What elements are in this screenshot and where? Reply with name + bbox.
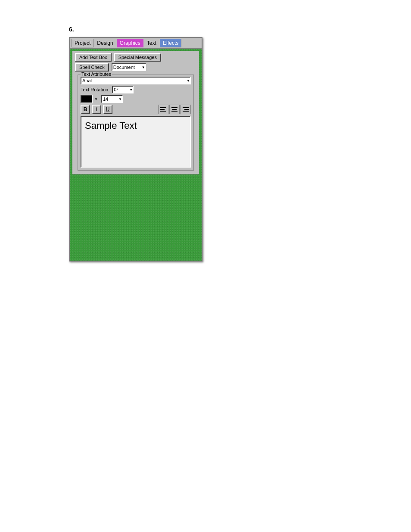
toolbar-row-2: Spell Check Document Page Selection ▼ <box>75 63 196 72</box>
rotation-select-wrapper: 0° 90° 180° 270° ▼ <box>112 86 134 93</box>
rotation-select[interactable]: 0° 90° 180° 270° <box>112 86 134 93</box>
page-number: 6. <box>69 26 411 33</box>
font-select[interactable]: Arial Times New Roman Courier New Helvet… <box>81 77 191 84</box>
svg-rect-0 <box>160 107 166 108</box>
menu-graphics[interactable]: Graphics <box>117 39 143 47</box>
add-text-box-button[interactable]: Add Text Box <box>75 53 112 62</box>
svg-rect-4 <box>172 109 177 110</box>
text-attributes-legend: Text Attributes <box>81 72 112 77</box>
spell-check-button[interactable]: Spell Check <box>75 63 109 72</box>
color-arrow: ▼ <box>94 97 98 101</box>
text-attributes-panel: Text Attributes Arial Times New Roman Co… <box>78 75 194 171</box>
align-left-button[interactable] <box>158 105 168 114</box>
menu-project[interactable]: Project <box>72 39 93 47</box>
svg-rect-8 <box>183 111 189 112</box>
svg-rect-2 <box>160 111 166 112</box>
svg-rect-3 <box>171 107 177 108</box>
menu-effects[interactable]: Effects <box>160 39 181 47</box>
toolbar-row-1: Add Text Box Special Messages <box>75 53 196 62</box>
color-select-wrapper: ▼ <box>81 95 93 103</box>
menu-design[interactable]: Design <box>94 39 116 47</box>
align-right-icon <box>183 107 189 112</box>
menu-text[interactable]: Text <box>144 39 159 47</box>
rotation-row: Text Rotation: 0° 90° 180° 270° ▼ <box>81 86 191 93</box>
format-row: B I U <box>81 105 191 114</box>
font-row: Arial Times New Roman Courier New Helvet… <box>81 77 191 84</box>
align-center-button[interactable] <box>169 105 180 114</box>
align-right-button[interactable] <box>181 105 191 114</box>
align-center-icon <box>171 107 177 112</box>
bold-button[interactable]: B <box>81 105 90 114</box>
sample-text-preview: Sample Text <box>81 116 191 168</box>
document-select-wrapper: Document Page Selection ▼ <box>112 63 146 71</box>
svg-rect-6 <box>183 107 189 108</box>
document-select[interactable]: Document Page Selection <box>112 63 146 71</box>
underline-button[interactable]: U <box>103 105 112 114</box>
color-picker[interactable] <box>81 95 93 103</box>
font-size-select[interactable]: 8 9 10 11 12 14 16 18 20 24 <box>101 95 123 103</box>
svg-rect-7 <box>184 109 189 110</box>
special-messages-button[interactable]: Special Messages <box>114 53 161 62</box>
toolbar-panel: Add Text Box Special Messages Spell Chec… <box>72 51 199 174</box>
font-size-select-wrapper: 8 9 10 11 12 14 16 18 20 24 ▼ <box>101 95 123 103</box>
svg-rect-1 <box>160 109 165 110</box>
rotation-label: Text Rotation: <box>81 87 109 92</box>
align-left-icon <box>160 107 166 112</box>
application-window: Project Design Graphics Text Effects Add… <box>69 37 202 261</box>
color-size-row: ▼ 8 9 10 11 12 14 16 18 20 <box>81 95 191 103</box>
workspace: Add Text Box Special Messages Spell Chec… <box>70 49 202 261</box>
italic-button[interactable]: I <box>92 105 101 114</box>
menubar: Project Design Graphics Text Effects <box>70 38 202 49</box>
svg-rect-5 <box>171 111 177 112</box>
font-select-wrapper: Arial Times New Roman Courier New Helvet… <box>81 77 191 84</box>
